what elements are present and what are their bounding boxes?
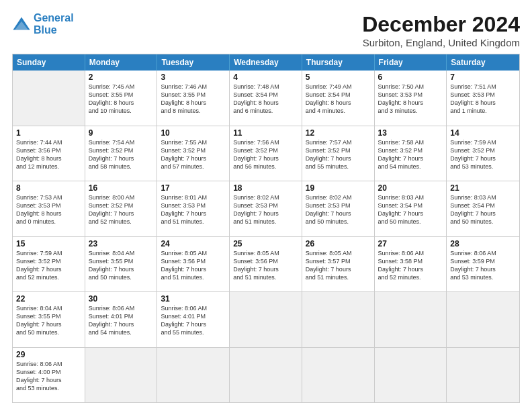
day-number: 16 <box>89 183 154 193</box>
calendar-cell: 26Sunrise: 8:05 AM Sunset: 3:57 PM Dayli… <box>302 237 375 292</box>
day-number: 1 <box>16 128 81 138</box>
calendar-cell: 15Sunrise: 7:59 AM Sunset: 3:52 PM Dayli… <box>13 237 85 292</box>
day-number: 25 <box>233 239 298 248</box>
day-info: Sunrise: 8:04 AM Sunset: 3:55 PM Dayligh… <box>89 249 154 282</box>
calendar-cell: 1Sunrise: 7:44 AM Sunset: 3:56 PM Daylig… <box>13 126 85 181</box>
calendar-cell: 25Sunrise: 8:05 AM Sunset: 3:56 PM Dayli… <box>230 237 302 292</box>
main-title: December 2024 <box>362 12 520 37</box>
calendar-cell <box>447 292 519 347</box>
day-info: Sunrise: 8:06 AM Sunset: 4:00 PM Dayligh… <box>16 360 81 393</box>
page: General Blue December 2024 Surbiton, Eng… <box>0 0 532 411</box>
calendar-cell: 27Sunrise: 8:06 AM Sunset: 3:58 PM Dayli… <box>375 237 447 292</box>
calendar-cell <box>302 348 375 403</box>
day-number: 8 <box>16 183 81 193</box>
calendar-cell: 19Sunrise: 8:02 AM Sunset: 3:53 PM Dayli… <box>302 181 375 236</box>
calendar-cell: 28Sunrise: 8:06 AM Sunset: 3:59 PM Dayli… <box>447 237 519 292</box>
title-block: December 2024 Surbiton, England, United … <box>362 12 520 48</box>
logo: General Blue <box>12 12 74 36</box>
day-info: Sunrise: 7:55 AM Sunset: 3:52 PM Dayligh… <box>161 138 226 171</box>
day-number: 28 <box>450 239 516 248</box>
calendar-header: SundayMondayTuesdayWednesdayThursdayFrid… <box>13 54 519 71</box>
calendar-cell <box>230 348 302 403</box>
header: General Blue December 2024 Surbiton, Eng… <box>12 12 520 48</box>
day-info: Sunrise: 7:53 AM Sunset: 3:53 PM Dayligh… <box>16 193 81 226</box>
calendar-cell: 17Sunrise: 8:01 AM Sunset: 3:53 PM Dayli… <box>157 181 230 236</box>
day-number: 30 <box>89 294 154 304</box>
day-info: Sunrise: 7:44 AM Sunset: 3:56 PM Dayligh… <box>16 138 81 171</box>
day-info: Sunrise: 8:02 AM Sunset: 3:53 PM Dayligh… <box>306 193 371 226</box>
calendar-body: 2Sunrise: 7:45 AM Sunset: 3:55 PM Daylig… <box>13 71 519 402</box>
calendar-cell: 21Sunrise: 8:03 AM Sunset: 3:54 PM Dayli… <box>447 181 519 236</box>
calendar-row: 22Sunrise: 8:04 AM Sunset: 3:55 PM Dayli… <box>13 291 519 347</box>
calendar-row: 15Sunrise: 7:59 AM Sunset: 3:52 PM Dayli… <box>13 236 519 292</box>
header-day-sunday: Sunday <box>13 54 85 71</box>
day-number: 22 <box>16 294 81 304</box>
day-number: 18 <box>233 183 298 193</box>
calendar: SundayMondayTuesdayWednesdayThursdayFrid… <box>12 54 520 403</box>
calendar-cell: 10Sunrise: 7:55 AM Sunset: 3:52 PM Dayli… <box>157 126 230 181</box>
day-info: Sunrise: 7:57 AM Sunset: 3:52 PM Dayligh… <box>306 138 371 171</box>
day-info: Sunrise: 7:58 AM Sunset: 3:52 PM Dayligh… <box>378 138 443 171</box>
calendar-cell <box>157 348 230 403</box>
day-info: Sunrise: 7:54 AM Sunset: 3:52 PM Dayligh… <box>89 138 154 171</box>
calendar-cell: 30Sunrise: 8:06 AM Sunset: 4:01 PM Dayli… <box>85 292 158 347</box>
header-day-thursday: Thursday <box>302 54 375 71</box>
calendar-cell: 11Sunrise: 7:56 AM Sunset: 3:52 PM Dayli… <box>230 126 302 181</box>
day-number: 10 <box>161 128 226 138</box>
calendar-cell <box>230 292 302 347</box>
calendar-row: 1Sunrise: 7:44 AM Sunset: 3:56 PM Daylig… <box>13 126 519 181</box>
calendar-cell <box>13 71 85 126</box>
day-number: 7 <box>450 73 516 82</box>
day-number: 6 <box>378 73 443 82</box>
calendar-cell <box>375 292 447 347</box>
calendar-cell: 8Sunrise: 7:53 AM Sunset: 3:53 PM Daylig… <box>13 181 85 236</box>
logo-icon <box>12 15 31 34</box>
day-number: 20 <box>378 183 443 193</box>
day-info: Sunrise: 8:05 AM Sunset: 3:57 PM Dayligh… <box>306 249 371 282</box>
day-info: Sunrise: 7:56 AM Sunset: 3:52 PM Dayligh… <box>233 138 298 171</box>
calendar-cell: 31Sunrise: 8:06 AM Sunset: 4:01 PM Dayli… <box>157 292 230 347</box>
day-number: 14 <box>450 128 516 138</box>
day-number: 29 <box>16 350 81 359</box>
day-info: Sunrise: 7:50 AM Sunset: 3:53 PM Dayligh… <box>378 83 443 116</box>
calendar-cell: 4Sunrise: 7:48 AM Sunset: 3:54 PM Daylig… <box>230 71 302 126</box>
logo-line1: General <box>34 12 74 24</box>
day-number: 12 <box>306 128 371 138</box>
day-number: 4 <box>233 73 298 82</box>
day-info: Sunrise: 8:05 AM Sunset: 3:56 PM Dayligh… <box>233 249 298 282</box>
day-info: Sunrise: 8:03 AM Sunset: 3:54 PM Dayligh… <box>378 193 443 226</box>
calendar-cell: 23Sunrise: 8:04 AM Sunset: 3:55 PM Dayli… <box>85 237 158 292</box>
calendar-cell <box>447 348 519 403</box>
calendar-row: 29Sunrise: 8:06 AM Sunset: 4:00 PM Dayli… <box>13 347 519 403</box>
day-number: 13 <box>378 128 443 138</box>
day-number: 31 <box>161 294 226 304</box>
calendar-cell <box>375 348 447 403</box>
header-day-wednesday: Wednesday <box>230 54 302 71</box>
subtitle: Surbiton, England, United Kingdom <box>362 37 520 48</box>
day-number: 21 <box>450 183 516 193</box>
day-info: Sunrise: 8:06 AM Sunset: 3:58 PM Dayligh… <box>378 249 443 282</box>
calendar-cell <box>85 348 158 403</box>
day-number: 2 <box>89 73 154 82</box>
day-number: 26 <box>306 239 371 248</box>
day-info: Sunrise: 7:59 AM Sunset: 3:52 PM Dayligh… <box>450 138 516 171</box>
header-day-monday: Monday <box>85 54 158 71</box>
calendar-cell: 16Sunrise: 8:00 AM Sunset: 3:52 PM Dayli… <box>85 181 158 236</box>
calendar-cell: 12Sunrise: 7:57 AM Sunset: 3:52 PM Dayli… <box>302 126 375 181</box>
calendar-cell: 13Sunrise: 7:58 AM Sunset: 3:52 PM Dayli… <box>375 126 447 181</box>
day-number: 17 <box>161 183 226 193</box>
day-number: 11 <box>233 128 298 138</box>
day-number: 5 <box>306 73 371 82</box>
day-info: Sunrise: 8:01 AM Sunset: 3:53 PM Dayligh… <box>161 193 226 226</box>
day-number: 24 <box>161 239 226 248</box>
calendar-cell <box>302 292 375 347</box>
day-info: Sunrise: 8:05 AM Sunset: 3:56 PM Dayligh… <box>161 249 226 282</box>
day-info: Sunrise: 7:51 AM Sunset: 3:53 PM Dayligh… <box>450 83 516 116</box>
day-number: 9 <box>89 128 154 138</box>
logo-text: General Blue <box>34 12 74 36</box>
logo-line2: Blue <box>34 24 74 36</box>
calendar-cell: 20Sunrise: 8:03 AM Sunset: 3:54 PM Dayli… <box>375 181 447 236</box>
calendar-cell: 24Sunrise: 8:05 AM Sunset: 3:56 PM Dayli… <box>157 237 230 292</box>
day-info: Sunrise: 8:00 AM Sunset: 3:52 PM Dayligh… <box>89 193 154 226</box>
calendar-cell: 9Sunrise: 7:54 AM Sunset: 3:52 PM Daylig… <box>85 126 158 181</box>
